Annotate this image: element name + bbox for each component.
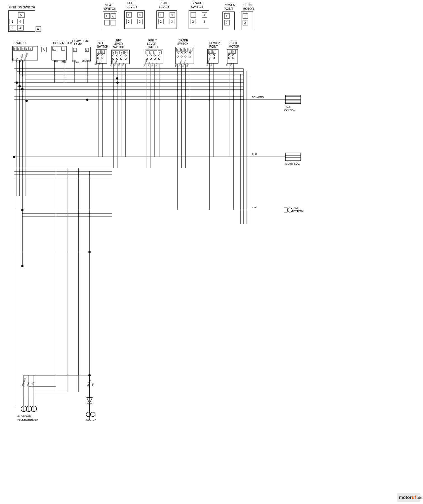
- svg-text:BLK: BLK: [75, 61, 79, 64]
- wiring-diagram: IGNITION SWITCH 5 1 4 2 3 A SEAT SWITCH …: [0, 0, 423, 504]
- svg-text:START SOL.: START SOL.: [285, 162, 300, 165]
- svg-text:1: 1: [226, 15, 227, 18]
- ignition-switch-label: IGNITION SWITCH: [8, 6, 35, 9]
- svg-text:RIGHT: RIGHT: [148, 39, 157, 42]
- svg-text:BRAKE: BRAKE: [192, 1, 202, 5]
- svg-point-298: [21, 209, 24, 211]
- svg-text:ORG/GRN: ORG/GRN: [82, 60, 91, 62]
- svg-text:PUR: PUR: [252, 153, 257, 156]
- svg-text:A: A: [43, 48, 45, 51]
- svg-text:1: 1: [146, 52, 148, 54]
- svg-text:GRN/ORG: GRN/ORG: [252, 96, 264, 99]
- svg-text:2: 2: [18, 48, 19, 50]
- svg-text:2: 2: [128, 20, 130, 23]
- svg-text:4: 4: [203, 13, 205, 17]
- svg-text:CLUTCH: CLUTCH: [86, 418, 97, 421]
- svg-text:GLOW PLUG: GLOW PLUG: [72, 39, 89, 43]
- svg-text:uf: uf: [412, 495, 416, 500]
- svg-text:1: 1: [192, 13, 194, 17]
- svg-text:SWITCH: SWITCH: [113, 46, 124, 49]
- svg-text:2: 2: [12, 26, 13, 29]
- svg-text:LEVER: LEVER: [147, 42, 156, 45]
- svg-text:LAMP: LAMP: [74, 43, 82, 46]
- svg-text:1: 1: [128, 13, 130, 17]
- svg-text:2: 2: [117, 52, 118, 54]
- svg-text:MOTOR: MOTOR: [229, 45, 239, 48]
- svg-text:2: 2: [150, 52, 152, 54]
- svg-point-238: [25, 100, 28, 102]
- diagram-svg: IGNITION SWITCH 5 1 4 2 3 A SEAT SWITCH …: [0, 0, 423, 504]
- svg-text:ALT: ALT: [294, 206, 298, 209]
- svg-text:1: 1: [160, 13, 162, 17]
- svg-text:5: 5: [30, 48, 31, 50]
- svg-text:OIL: OIL: [29, 415, 33, 418]
- svg-text:3: 3: [139, 20, 141, 23]
- svg-text:1: 1: [113, 52, 114, 54]
- svg-text:1: 1: [229, 51, 230, 53]
- svg-text:2: 2: [102, 51, 103, 53]
- svg-text:LEFT: LEFT: [127, 1, 135, 5]
- svg-text:LEVER: LEVER: [127, 5, 137, 8]
- svg-point-250: [116, 77, 118, 80]
- svg-text:2: 2: [112, 15, 114, 18]
- svg-text:BLU: BLU: [62, 61, 66, 64]
- svg-text:SWITCH: SWITCH: [15, 42, 25, 45]
- svg-text:4: 4: [19, 20, 21, 23]
- svg-text:1: 1: [98, 51, 99, 53]
- svg-text:4: 4: [26, 48, 27, 50]
- svg-text:4: 4: [159, 52, 160, 54]
- svg-text:-: -: [53, 48, 54, 50]
- svg-text:A: A: [37, 27, 39, 31]
- svg-text:RED: RED: [252, 206, 257, 209]
- svg-text:2: 2: [233, 51, 234, 53]
- svg-text:4: 4: [125, 52, 126, 54]
- svg-text:LEFT: LEFT: [115, 39, 121, 42]
- svg-text:3: 3: [185, 49, 186, 51]
- svg-text:1: 1: [244, 15, 246, 18]
- svg-text:2: 2: [160, 20, 162, 23]
- svg-text:4: 4: [189, 49, 191, 51]
- svg-text:1: 1: [12, 20, 13, 23]
- svg-text:2: 2: [181, 49, 182, 51]
- svg-text:IGNITION: IGNITION: [284, 109, 295, 112]
- svg-text:2: 2: [192, 20, 194, 23]
- svg-text:1: 1: [14, 48, 15, 50]
- svg-point-340: [116, 81, 119, 84]
- svg-text:2: 2: [213, 51, 215, 53]
- svg-text:4: 4: [171, 13, 173, 17]
- svg-text:POWER: POWER: [224, 3, 236, 7]
- svg-text:3: 3: [171, 20, 173, 23]
- svg-text:3: 3: [154, 52, 156, 54]
- svg-text:.de: .de: [417, 495, 422, 500]
- svg-point-289: [21, 265, 24, 267]
- svg-text:+: +: [62, 48, 64, 50]
- svg-text:BLK: BLK: [54, 60, 58, 62]
- svg-text:5: 5: [20, 14, 22, 17]
- svg-text:3: 3: [22, 48, 23, 50]
- svg-text:SWITCH: SWITCH: [104, 7, 116, 10]
- svg-text:LEVER: LEVER: [159, 5, 169, 8]
- svg-text:SWITCH: SWITCH: [177, 42, 188, 45]
- svg-text:motor: motor: [399, 495, 412, 500]
- svg-point-243: [86, 99, 88, 101]
- svg-text:POINT: POINT: [224, 7, 233, 10]
- svg-text:1: 1: [106, 15, 107, 18]
- svg-text:2: 2: [226, 21, 227, 24]
- svg-text:ALT.: ALT.: [286, 106, 291, 108]
- svg-text:SEAT: SEAT: [105, 3, 113, 7]
- svg-text:BATTERY: BATTERY: [292, 210, 304, 213]
- svg-text:3: 3: [19, 26, 21, 29]
- svg-text:SWITCH: SWITCH: [147, 46, 158, 49]
- svg-text:BRAKE: BRAKE: [178, 39, 188, 42]
- svg-text:4: 4: [139, 13, 141, 17]
- svg-text:HOUR METER: HOUR METER: [53, 42, 72, 45]
- svg-text:3: 3: [203, 20, 205, 23]
- svg-text:MOTOR: MOTOR: [243, 7, 254, 10]
- svg-text:+: +: [86, 49, 87, 52]
- svg-text:DECK: DECK: [243, 3, 252, 7]
- svg-text:POWER: POWER: [209, 42, 220, 45]
- svg-text:SENDER: SENDER: [28, 418, 38, 421]
- svg-text:1: 1: [209, 51, 210, 53]
- svg-text:SWITCH: SWITCH: [191, 5, 203, 8]
- svg-text:LEVER: LEVER: [114, 42, 123, 45]
